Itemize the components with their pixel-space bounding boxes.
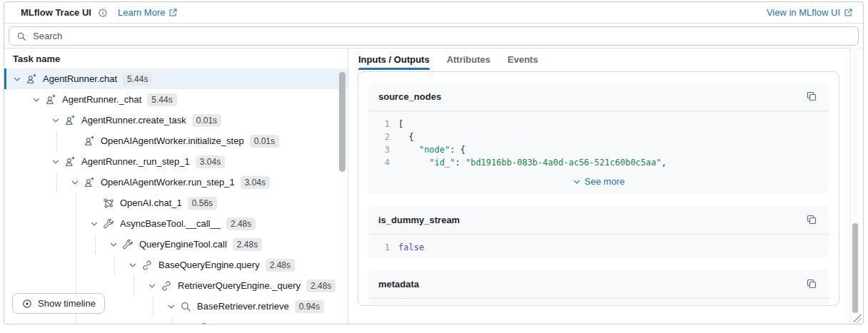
code-line: 1false xyxy=(374,241,819,254)
task-tree-panel: Task name AgentRunner.chat5.44sAgentRunn… xyxy=(4,48,348,324)
indent-spacer xyxy=(148,296,167,317)
code-token: [ xyxy=(398,118,403,130)
code-token: null xyxy=(398,305,419,306)
task-name-column-header: Task name xyxy=(4,48,348,68)
view-in-mlflow-label: View in MLflow UI xyxy=(767,7,840,18)
tree-row[interactable]: AgentRunner.create_task0.01s xyxy=(4,110,348,130)
duration-badge: 2.48s xyxy=(266,259,295,272)
tab-inputs-outputs[interactable]: Inputs / Outputs xyxy=(358,48,430,70)
tab-attributes[interactable]: Attributes xyxy=(447,48,490,70)
indent-spacer xyxy=(13,193,32,213)
indent-spacer xyxy=(32,110,51,130)
chevron-down-icon[interactable] xyxy=(148,282,161,290)
tree-row[interactable]: OpenAIAgentWorker.initialize_step0.01s xyxy=(4,130,348,151)
chevron-down-icon[interactable] xyxy=(167,302,180,311)
tree-row[interactable]: OpenAIAgentWorker.run_step_13.04s xyxy=(4,172,348,193)
page-title: MLflow Trace UI xyxy=(21,7,91,18)
duration-badge: 0.56s xyxy=(188,197,217,210)
task-name-label: AgentRunner._chat xyxy=(62,94,141,105)
tree-scrollbar-thumb[interactable] xyxy=(339,72,345,172)
tree-row[interactable]: AgentRunner.chat5.44s xyxy=(4,68,348,89)
tree-row[interactable]: BaseQueryEngine.query2.48s xyxy=(4,255,348,275)
tree-row[interactable]: AgentRunner._chat5.44s xyxy=(4,89,348,110)
chevron-down-icon[interactable] xyxy=(13,75,26,83)
indent-spacer xyxy=(13,130,32,151)
code-token xyxy=(398,156,429,169)
code-token: false xyxy=(398,241,424,254)
view-in-mlflow-link[interactable]: View in MLflow UI xyxy=(767,7,853,18)
task-name-label: AgentRunner.chat xyxy=(43,73,117,84)
indent-spacer xyxy=(109,296,128,317)
external-link-icon xyxy=(168,8,178,17)
indent-spacer xyxy=(51,193,71,213)
duration-badge: 0.01s xyxy=(250,135,279,148)
chevron-down-icon[interactable] xyxy=(51,116,64,125)
agent-icon xyxy=(84,177,95,188)
indent-spacer xyxy=(128,296,148,317)
resize-handle[interactable] xyxy=(854,314,862,322)
code-token: , xyxy=(661,156,666,169)
indent-spacer xyxy=(167,317,186,324)
duration-badge: 0.94s xyxy=(295,300,324,313)
duration-badge: 2.48s xyxy=(226,217,256,230)
page-scrollbar[interactable] xyxy=(849,46,859,323)
chevron-down-icon[interactable] xyxy=(109,240,122,249)
chevron-down-icon[interactable] xyxy=(71,178,84,187)
see-more-button[interactable]: See more xyxy=(368,173,829,194)
section-header: metadata xyxy=(368,270,829,299)
tab-events[interactable]: Events xyxy=(508,48,538,70)
indent-spacer xyxy=(90,317,109,324)
show-timeline-button[interactable]: Show timeline xyxy=(12,293,105,314)
copy-button[interactable] xyxy=(804,89,819,103)
search-box[interactable] xyxy=(9,26,859,46)
copy-button[interactable] xyxy=(804,212,819,227)
section-header: source_nodes xyxy=(368,82,829,111)
tree-row[interactable]: VectorIndexRetriever._retrieve0.94s xyxy=(4,317,348,324)
code-block: 1null xyxy=(368,299,829,306)
learn-more-label: Learn More xyxy=(118,7,165,18)
tree-row[interactable]: OpenAI.chat_10.56s xyxy=(4,193,348,213)
show-timeline-label: Show timeline xyxy=(38,298,96,309)
code-line: 3 "node": { xyxy=(374,143,819,156)
page-scrollbar-thumb[interactable] xyxy=(852,223,858,313)
duration-badge: 2.48s xyxy=(233,238,262,251)
agent-icon xyxy=(64,156,76,168)
line-number: 2 xyxy=(374,130,390,143)
tree-row[interactable]: AgentRunner._run_step_13.04s xyxy=(4,151,348,172)
indent-spacer xyxy=(32,151,51,172)
model-icon xyxy=(103,198,114,209)
section-header: is_dummy_stream xyxy=(368,205,829,235)
copy-button[interactable] xyxy=(804,277,819,291)
task-tree: AgentRunner.chat5.44sAgentRunner._chat5.… xyxy=(4,68,348,324)
code-token: "id_" xyxy=(429,156,455,169)
section-title: metadata xyxy=(378,279,419,290)
tree-row[interactable]: AsyncBaseTool.__call__2.48s xyxy=(4,213,348,234)
indent-spacer xyxy=(32,172,51,193)
tree-row[interactable]: QueryEngineTool.call2.48s xyxy=(4,234,348,255)
search-input[interactable] xyxy=(33,31,851,41)
tool-icon xyxy=(103,218,114,230)
indent-spacer xyxy=(13,317,32,324)
indent-spacer xyxy=(13,234,32,255)
code-token: "node" xyxy=(419,143,450,156)
task-name-label: BaseRetriever.retrieve xyxy=(197,301,289,312)
duration-badge: 5.44s xyxy=(123,73,152,86)
indent-spacer xyxy=(51,255,71,275)
info-icon[interactable] xyxy=(98,8,108,18)
task-name-label: OpenAI.chat_1 xyxy=(120,198,182,208)
chevron-down-icon[interactable] xyxy=(32,96,45,104)
indent-spacer xyxy=(13,255,32,275)
chevron-down-icon[interactable] xyxy=(128,261,141,270)
chevron-down-icon[interactable] xyxy=(51,158,64,166)
indent-spacer xyxy=(32,255,51,275)
chevron-down-icon[interactable] xyxy=(90,220,103,228)
learn-more-link[interactable]: Learn More xyxy=(118,7,178,18)
task-name-label: RetrieverQueryEngine._query xyxy=(178,280,301,291)
code-block: 1[2 {3 "node": {4 "id_": "bd1916bb-083b-… xyxy=(368,111,829,173)
task-name-label: QueryEngineTool.call xyxy=(139,239,227,250)
indent-spacer xyxy=(128,317,148,324)
indent-spacer xyxy=(71,255,90,275)
tool-icon xyxy=(122,239,133,250)
task-name-label: BaseQueryEngine.query xyxy=(158,260,260,270)
indent-spacer xyxy=(71,234,90,255)
